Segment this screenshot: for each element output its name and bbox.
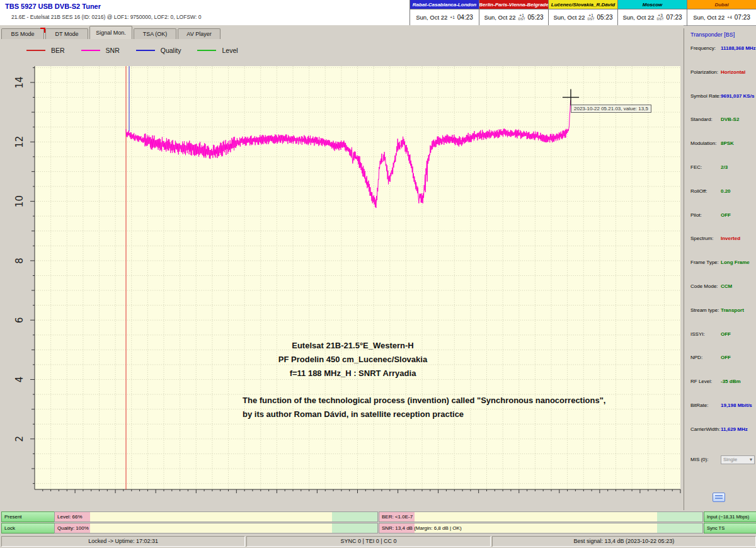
legend-item-snr: SNR — [81, 47, 120, 54]
tab-av-player[interactable]: AV Player — [178, 28, 220, 39]
svg-text:14: 14 — [14, 76, 25, 88]
transponder-row: Frequency:11188,368 MHz — [684, 45, 756, 69]
tab-signal-mon[interactable]: Signal Mon. — [89, 26, 132, 39]
transponder-value: 11,629 MHz — [721, 426, 748, 432]
tab-dt-mode[interactable]: DT Mode — [45, 28, 88, 39]
transponder-rows: Frequency:11188,368 MHzPolarization:Hori… — [684, 45, 756, 450]
annotation-line: The function of the technological proces… — [243, 394, 684, 408]
legend-swatch — [197, 50, 216, 51]
header: TBS 5927 USB DVB-S2 Tuner 21.6E - Eutels… — [0, 0, 756, 25]
chart-annotation-left: The function of the technological proces… — [243, 394, 684, 421]
status-row-2: Lock Quality: 100% SNR: 13,4 dB (Margin:… — [0, 523, 756, 534]
ber-label: BER: <1.0E-7 — [382, 512, 413, 522]
transponder-value: OFF — [721, 355, 731, 360]
transponder-value: 2/3 — [721, 164, 728, 170]
legend-swatch — [26, 50, 45, 51]
transponder-value: Transport — [721, 307, 744, 313]
mis-dropdown[interactable]: Single ▾ — [721, 455, 755, 464]
level-bar: Level: 66% — [54, 511, 378, 522]
transponder-label: RollOff: — [690, 188, 721, 194]
svg-text:8: 8 — [14, 258, 25, 264]
transponder-value: 19,198 Mbit/s — [721, 402, 752, 408]
transponder-row: ISSYI:OFF — [684, 331, 756, 355]
tray-icon[interactable] — [713, 493, 725, 502]
transponder-title: Transponder [BS] — [690, 31, 756, 38]
best-signal-status: Best signal: 13,4 dB (2023-10-22 05:23) — [492, 536, 756, 547]
app-title: TBS 5927 USB DVB-S2 Tuner — [5, 3, 101, 10]
transponder-value: Inverted — [721, 236, 740, 241]
transponder-value: -35 dBm — [721, 379, 741, 384]
clock-time: 05:23 — [597, 14, 613, 21]
chart-tooltip: 2023-10-22 05.21.03, value: 13,5 — [571, 105, 651, 113]
transponder-label: Stream type: — [690, 307, 721, 313]
dst-flag: DST — [518, 18, 525, 21]
transponder-value: 9691,037 KS/s — [721, 93, 754, 99]
transponder-row: BitRate:19,198 Mbit/s — [684, 402, 756, 426]
transponder-label: NPD: — [690, 355, 721, 360]
svg-text:10: 10 — [14, 195, 25, 207]
svg-text:2: 2 — [14, 436, 25, 442]
chevron-down-icon: ▾ — [750, 457, 752, 462]
transponder-value: OFF — [721, 212, 731, 218]
transponder-label: Modulation: — [690, 140, 721, 146]
clock-city-label: Berlin-Paris-Vienna-Belgrade — [479, 0, 548, 9]
clock-city-label: Lučenec/Slovakia_R.Dávid — [549, 0, 617, 9]
annotation-line: PF Prodelin 450 cm_Lucenec/Slovakia — [164, 353, 542, 367]
svg-text:12: 12 — [14, 136, 25, 148]
present-indicator: Present — [1, 511, 55, 522]
clock-time: 05:23 — [528, 14, 544, 21]
tuner-subtitle: 21.6E - Eutelsat 21B SES 16 (ID: 0216) @… — [11, 14, 201, 20]
utc-offset: +4 — [727, 16, 731, 20]
transponder-label: CarrierWidth: — [690, 426, 721, 432]
legend-label: BER — [51, 47, 65, 54]
snr-label: SNR: 13,4 dB (Margin: 6,8 dB | OK) — [382, 523, 462, 533]
world-clocks: Rabat-Casablanca-London Sun, Oct 22 +1 0… — [410, 0, 756, 26]
tab-alert-mark — [40, 28, 45, 33]
transponder-value: Horizontal — [721, 69, 745, 75]
transponder-row: Symbol Rate:9691,037 KS/s — [684, 93, 756, 117]
signal-monitor-panel: 2468101214 BERSNRQualityLevel Eutelsat 2… — [0, 39, 684, 510]
tab-bs-mode[interactable]: BS Mode — [1, 28, 44, 39]
transponder-label: FEC: — [690, 164, 721, 170]
clock-date: Sun, Oct 22 — [416, 14, 447, 21]
legend-item-ber: BER — [26, 47, 65, 54]
quality-bar: Quality: 100% — [54, 523, 378, 534]
mis-label: MIS (0): — [690, 457, 721, 462]
clock-rabat: Rabat-Casablanca-London Sun, Oct 22 +1 0… — [410, 0, 479, 26]
tab-tsa[interactable]: TSA (OK) — [134, 28, 176, 39]
bar-zone-mid — [415, 512, 657, 522]
uptime-status: Locked -> Uptime: 17:02:31 — [1, 536, 245, 547]
transponder-value: 8PSK — [721, 140, 734, 146]
transponder-row: NPD:OFF — [684, 355, 756, 379]
legend-label: Quality — [161, 47, 181, 54]
bar-zone-high — [332, 512, 377, 522]
clock-time: 07:23 — [667, 14, 682, 21]
clock-date: Sun, Oct 22 — [553, 14, 585, 21]
bar-zone-high — [657, 512, 702, 522]
clock-date: Sun, Oct 22 — [693, 14, 724, 21]
legend-swatch — [81, 50, 100, 51]
annotation-line: f=11 188 MHz_H : SNRT Arryadia — [164, 367, 542, 380]
transponder-row: Standard:DVB-S2 — [684, 117, 756, 140]
clock-time: 04:23 — [457, 14, 473, 21]
annotation-line: by its author Roman Dávid, in satellite … — [243, 408, 684, 421]
quality-label: Quality: 100% — [57, 523, 89, 533]
transponder-value: DVB-S2 — [721, 117, 739, 122]
clock-date: Sun, Oct 22 — [484, 14, 515, 21]
lock-indicator: Lock — [1, 523, 55, 534]
svg-text:6: 6 — [14, 317, 25, 323]
svg-text:4: 4 — [14, 377, 25, 383]
transponder-label: Symbol Rate: — [690, 93, 721, 99]
transponder-label: Pilot: — [690, 212, 721, 218]
transponder-sidebar: Transponder [BS] Frequency:11188,368 MHz… — [684, 28, 756, 510]
transponder-value: Long Frame — [721, 260, 750, 265]
transponder-value: OFF — [721, 331, 731, 337]
bar-zone-high — [657, 523, 702, 533]
transponder-value: 0.20 — [721, 188, 731, 194]
clock-city-label: Dubai — [687, 0, 756, 9]
transponder-row: Stream type:Transport — [684, 307, 756, 331]
bar-zone-mid — [90, 523, 332, 533]
legend-label: Level — [222, 47, 238, 54]
transponder-row: RF Level:-35 dBm — [684, 379, 756, 402]
status-row-1: Present Level: 66% BER: <1.0E-7 Input (~… — [0, 511, 756, 522]
